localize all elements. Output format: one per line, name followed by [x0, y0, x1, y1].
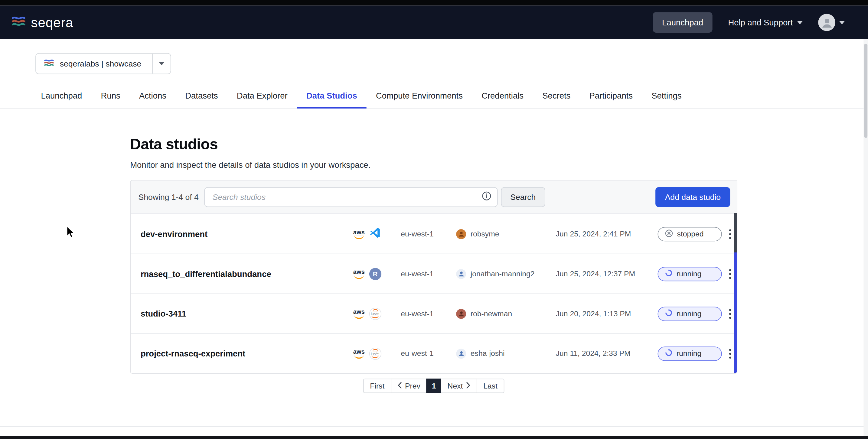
- table-toolbar: Showing 1-4 of 4 Search Add data studio: [131, 181, 737, 214]
- region: eu-west-1: [401, 270, 456, 278]
- page-scrollbar-thumb[interactable]: [864, 44, 867, 138]
- created-date: Jun 20, 2024, 1:13 PM: [556, 310, 658, 318]
- studios-table-card: Showing 1-4 of 4 Search Add data studio …: [130, 180, 737, 374]
- workspace-dropdown-button[interactable]: [152, 54, 170, 74]
- status-label: stopped: [677, 230, 704, 238]
- table-row[interactable]: project-rnaseq-experiment aws jupyter eu…: [131, 333, 737, 373]
- studio-name: dev-environment: [141, 229, 353, 239]
- chevron-down-icon: [797, 21, 803, 24]
- table-scrollbar[interactable]: [734, 213, 737, 373]
- help-support-label: Help and Support: [728, 18, 793, 27]
- search-box: [204, 187, 497, 207]
- top-navigation: seqera Launchpad Help and Support: [0, 5, 868, 39]
- page-title: Data studios: [130, 136, 737, 153]
- seqera-logo[interactable]: seqera: [11, 14, 73, 31]
- owner: robsyme: [456, 229, 556, 239]
- owner: rob-newman: [456, 309, 556, 319]
- user-avatar: [818, 14, 835, 31]
- tab-participants[interactable]: Participants: [580, 91, 642, 108]
- spinner-icon: [665, 269, 673, 278]
- add-data-studio-button[interactable]: Add data studio: [656, 187, 731, 207]
- status-badge: running: [657, 346, 722, 361]
- workspace-logo-icon: [44, 58, 55, 70]
- page-subtitle: Monitor and inspect the details of data …: [130, 160, 737, 169]
- jupyter-icon: jupyter: [369, 347, 381, 359]
- chevron-left-icon: [397, 381, 402, 390]
- owner: esha-joshi: [456, 349, 556, 358]
- tab-credentials[interactable]: Credentials: [472, 91, 533, 108]
- jupyter-icon: jupyter: [369, 308, 381, 320]
- vscode-icon: [369, 227, 380, 241]
- spinner-icon: [665, 349, 673, 358]
- aws-icon: aws: [353, 349, 365, 358]
- seqera-logo-icon: [11, 14, 26, 31]
- owner-name: esha-joshi: [471, 349, 505, 357]
- page-scrollbar[interactable]: [864, 39, 868, 436]
- tab-datasets[interactable]: Datasets: [176, 91, 227, 108]
- status-label: running: [677, 270, 701, 278]
- studio-name: studio-3411: [141, 309, 353, 318]
- pagination-first[interactable]: First: [363, 379, 391, 393]
- chevron-down-icon: [159, 62, 164, 65]
- stopped-icon: [665, 229, 673, 239]
- user-menu[interactable]: [818, 14, 845, 31]
- studio-name: project-rnaseq-experiment: [141, 349, 353, 358]
- help-support-menu[interactable]: Help and Support: [728, 18, 803, 27]
- table-row[interactable]: rnaseq_to_differentialabundance aws R eu…: [131, 254, 737, 293]
- pagination-page-1[interactable]: 1: [427, 379, 441, 393]
- pagination-next[interactable]: Next: [441, 379, 477, 393]
- created-date: Jun 11, 2024, 2:33 PM: [556, 349, 658, 357]
- info-icon[interactable]: [482, 191, 492, 203]
- app-viewport: seqera Launchpad Help and Support: [0, 0, 868, 439]
- launchpad-button[interactable]: Launchpad: [653, 12, 713, 33]
- tab-data-explorer[interactable]: Data Explorer: [227, 91, 297, 108]
- chevron-down-icon: [839, 21, 845, 24]
- table-row[interactable]: studio-3411 aws jupyter eu-west-1: [131, 293, 737, 333]
- tab-launchpad[interactable]: Launchpad: [31, 91, 91, 108]
- pagination: First Prev 1 Next Last: [130, 379, 737, 393]
- pagination-prev[interactable]: Prev: [391, 379, 427, 393]
- studio-name: rnaseq_to_differentialabundance: [141, 269, 353, 278]
- rstudio-icon: R: [369, 268, 381, 280]
- tab-runs[interactable]: Runs: [91, 91, 129, 108]
- aws-icon: aws: [353, 229, 365, 239]
- tab-actions[interactable]: Actions: [130, 91, 176, 108]
- region: eu-west-1: [401, 349, 456, 357]
- aws-icon: aws: [353, 309, 365, 319]
- search-input[interactable]: [211, 192, 482, 202]
- workspace-name: seqeralabs | showcase: [60, 59, 142, 68]
- bottom-bar: [0, 436, 868, 439]
- region: eu-west-1: [401, 310, 456, 318]
- status-badge: running: [657, 306, 722, 321]
- owner-name: robsyme: [471, 230, 499, 238]
- status-badge: stopped: [657, 227, 722, 241]
- pagination-last[interactable]: Last: [477, 379, 504, 393]
- owner-avatar: [456, 229, 466, 239]
- tab-compute-environments[interactable]: Compute Environments: [367, 91, 472, 108]
- status-label: running: [677, 349, 701, 357]
- footer-divider: [0, 426, 868, 427]
- owner-avatar: [456, 269, 466, 279]
- chevron-right-icon: [466, 381, 471, 390]
- brand-name: seqera: [31, 15, 73, 30]
- region: eu-west-1: [401, 230, 456, 238]
- table-scrollbar-thumb[interactable]: [734, 213, 737, 252]
- tab-secrets[interactable]: Secrets: [533, 91, 580, 108]
- owner-name: rob-newman: [471, 310, 512, 318]
- status-label: running: [677, 310, 701, 318]
- showing-count: Showing 1-4 of 4: [138, 192, 199, 201]
- tab-settings[interactable]: Settings: [642, 91, 691, 108]
- browser-chrome-strip: [0, 0, 868, 5]
- workspace-selector[interactable]: seqeralabs | showcase: [35, 53, 171, 74]
- owner-name: jonathan-manning2: [471, 270, 535, 278]
- owner: jonathan-manning2: [456, 269, 556, 279]
- workspace-tabs: Launchpad Runs Actions Datasets Data Exp…: [0, 89, 868, 108]
- tab-data-studios[interactable]: Data Studios: [297, 91, 367, 108]
- spinner-icon: [665, 309, 673, 318]
- owner-avatar: [456, 309, 466, 319]
- table-row[interactable]: dev-environment aws eu-west-1 robsyme: [131, 214, 737, 254]
- created-date: Jun 25, 2024, 2:41 PM: [556, 230, 658, 238]
- search-button[interactable]: Search: [501, 187, 545, 207]
- status-badge: running: [657, 266, 722, 281]
- created-date: Jun 25, 2024, 12:37 PM: [556, 270, 658, 278]
